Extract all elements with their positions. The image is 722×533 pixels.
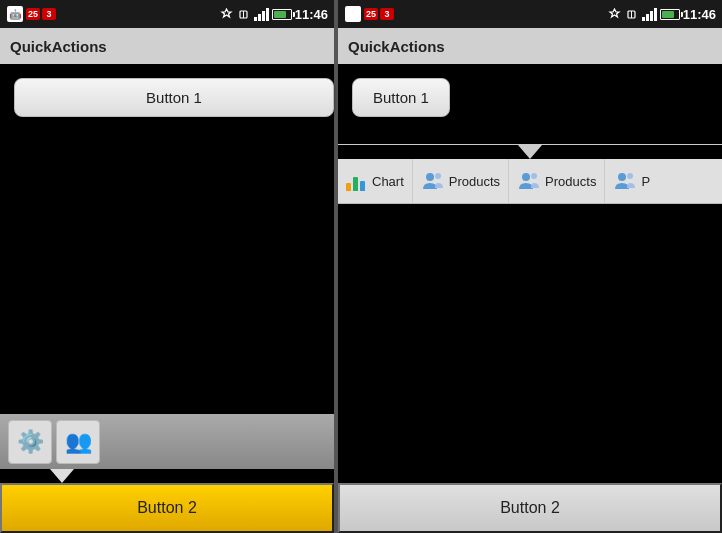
tab-chart-label: Chart [372, 174, 404, 189]
tab-chart[interactable]: Chart [338, 159, 413, 203]
wifi-icon-left [237, 7, 251, 21]
svg-point-11 [618, 173, 626, 181]
left-popup-arrow [50, 469, 74, 483]
right-status-icons: 25 3 [344, 5, 394, 23]
time-right: 11:46 [683, 7, 716, 22]
qa-people-item[interactable]: 👥 [56, 420, 100, 464]
tab-products-1[interactable]: Products [413, 159, 509, 203]
settings-icon-right [608, 7, 622, 21]
tab-products-2-label: Products [545, 174, 596, 189]
badge-3-left: 3 [42, 8, 56, 20]
qa-people-icon: 👥 [65, 429, 92, 455]
svg-point-8 [435, 173, 441, 179]
tab-products-1-label: Products [449, 174, 500, 189]
right-status-right: 11:46 [608, 7, 716, 22]
android-icon-right [344, 5, 362, 23]
right-title: QuickActions [348, 38, 445, 55]
right-popup-area: Button 1 [338, 64, 722, 144]
right-phone-panel: 25 3 11:46 QuickActions Bu [336, 0, 722, 533]
svg-text:🤖: 🤖 [9, 8, 22, 21]
badge-25-left: 25 [26, 8, 40, 20]
products-icon-3 [613, 169, 637, 193]
svg-rect-4 [345, 6, 361, 22]
left-status-icons: 🤖 25 3 [6, 5, 56, 23]
badge-3-right: 3 [380, 8, 394, 20]
right-title-bar: QuickActions [338, 28, 722, 64]
right-tab-bar: Chart Products [338, 159, 722, 204]
qa-settings-item[interactable]: ⚙️ [8, 420, 52, 464]
left-status-right: 11:46 [220, 7, 328, 22]
android-icon: 🤖 [6, 5, 24, 23]
left-quick-action-bar: ⚙️ 👥 [0, 414, 334, 469]
right-popup-arrow [518, 145, 542, 159]
svg-point-9 [522, 173, 530, 181]
right-status-bar: 25 3 11:46 [338, 0, 722, 28]
left-title: QuickActions [10, 38, 107, 55]
left-phone-panel: 🤖 25 3 11:46 QuickA [0, 0, 336, 533]
products-icon-2 [517, 169, 541, 193]
signal-icon-left [254, 7, 269, 21]
wifi-icon-right [625, 7, 639, 21]
badge-25-right: 25 [364, 8, 378, 20]
time-left: 11:46 [295, 7, 328, 22]
left-button1[interactable]: Button 1 [14, 78, 334, 117]
battery-icon-right [660, 9, 680, 20]
right-button2[interactable]: Button 2 [338, 483, 722, 533]
svg-point-12 [627, 173, 633, 179]
left-button2[interactable]: Button 2 [0, 483, 334, 533]
tab-products-3[interactable]: P [605, 159, 658, 203]
settings-icon-left [220, 7, 234, 21]
left-screen: Button 1 [0, 64, 334, 414]
products-icon-1 [421, 169, 445, 193]
left-status-bar: 🤖 25 3 11:46 [0, 0, 334, 28]
left-spacer [0, 117, 334, 414]
right-main-content [338, 204, 722, 483]
svg-point-7 [426, 173, 434, 181]
left-title-bar: QuickActions [0, 28, 334, 64]
right-arrow-up-container [338, 145, 722, 159]
signal-icon-right [642, 7, 657, 21]
tab-products-2[interactable]: Products [509, 159, 605, 203]
right-button1[interactable]: Button 1 [352, 78, 450, 117]
svg-point-10 [531, 173, 537, 179]
qa-settings-icon: ⚙️ [17, 429, 44, 455]
battery-icon-left [272, 9, 292, 20]
tab-products-3-label: P [641, 174, 650, 189]
chart-bar-icon [346, 170, 368, 192]
